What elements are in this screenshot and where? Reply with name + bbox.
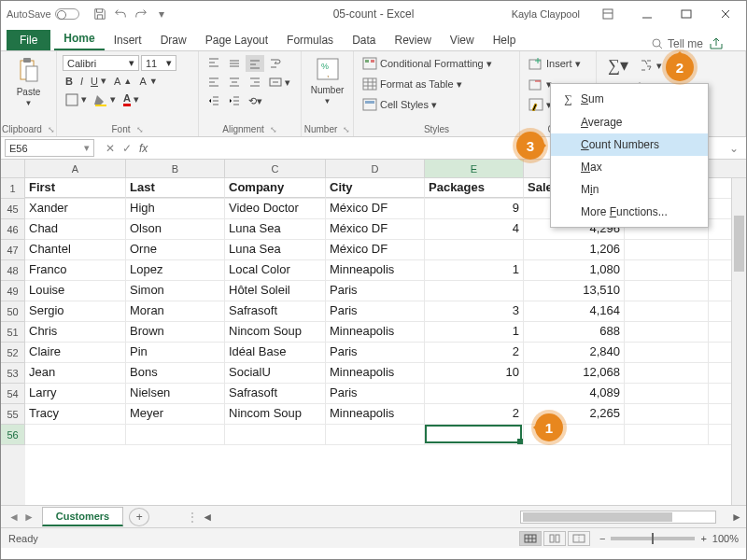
- cell[interactable]: Local Color: [225, 260, 326, 280]
- cell[interactable]: [425, 281, 524, 301]
- cell[interactable]: [625, 343, 709, 362]
- cell[interactable]: Louise: [25, 281, 126, 301]
- cell[interactable]: [25, 425, 126, 444]
- maximize-icon[interactable]: [668, 1, 705, 27]
- col-header-E[interactable]: E: [425, 160, 524, 177]
- cell[interactable]: Pin: [126, 343, 225, 362]
- tab-insert[interactable]: Insert: [105, 30, 151, 50]
- cell[interactable]: Claire: [25, 343, 126, 362]
- tab-draw[interactable]: Draw: [151, 30, 196, 50]
- cell[interactable]: Minneapolis: [326, 260, 425, 280]
- cell[interactable]: 13,510: [524, 281, 625, 301]
- redo-icon[interactable]: [134, 7, 148, 21]
- view-page-layout-icon[interactable]: [543, 531, 566, 546]
- cell[interactable]: Idéal Base: [225, 343, 326, 362]
- cell[interactable]: Franco: [25, 260, 126, 280]
- zoom-level[interactable]: 100%: [712, 533, 739, 544]
- align-center-button[interactable]: [225, 74, 244, 91]
- cell[interactable]: Simon: [126, 281, 225, 301]
- row-header[interactable]: 45: [1, 199, 25, 219]
- align-top-button[interactable]: [204, 55, 223, 72]
- cell[interactable]: SocialU: [225, 363, 326, 383]
- row-header[interactable]: 54: [1, 384, 25, 404]
- hscroll-right-icon[interactable]: ►: [727, 511, 746, 524]
- zoom-in-button[interactable]: +: [700, 533, 706, 544]
- cell[interactable]: [625, 404, 709, 424]
- font-name-combo[interactable]: Calibri▾: [63, 55, 139, 71]
- cell[interactable]: México DF: [326, 219, 425, 239]
- cell[interactable]: 1,080: [524, 260, 625, 280]
- cell[interactable]: [625, 384, 709, 403]
- cell[interactable]: Paris: [326, 301, 425, 321]
- cell[interactable]: 1,206: [524, 240, 625, 259]
- tab-help[interactable]: Help: [484, 30, 526, 50]
- cell[interactable]: 688: [524, 322, 625, 342]
- cell[interactable]: [225, 425, 326, 444]
- menu-min[interactable]: Min: [551, 178, 708, 201]
- indent-decrease-button[interactable]: [204, 92, 223, 109]
- tab-home[interactable]: Home: [54, 28, 104, 50]
- fx-icon[interactable]: fx: [139, 142, 148, 155]
- cell[interactable]: Safrasoft: [225, 301, 326, 321]
- accept-formula-icon[interactable]: ✓: [122, 142, 132, 155]
- zoom-slider[interactable]: [611, 537, 695, 540]
- cell[interactable]: Nielsen: [126, 384, 225, 403]
- tab-formulas[interactable]: Formulas: [277, 30, 343, 50]
- cell-styles-button[interactable]: Cell Styles▾: [359, 96, 440, 113]
- cell[interactable]: Minneapolis: [326, 322, 425, 342]
- cell[interactable]: Video Doctor: [225, 199, 326, 218]
- cell[interactable]: Paris: [326, 384, 425, 403]
- tab-file[interactable]: File: [7, 30, 50, 50]
- cell[interactable]: Paris: [326, 343, 425, 362]
- cell[interactable]: Moran: [126, 301, 225, 321]
- header-cell[interactable]: Company: [225, 178, 326, 198]
- sheet-tab-customers[interactable]: Customers: [42, 507, 123, 526]
- cell[interactable]: Chris: [25, 322, 126, 342]
- cell[interactable]: Olson: [126, 219, 225, 239]
- cell[interactable]: Orne: [126, 240, 225, 259]
- cell[interactable]: Minneapolis: [326, 363, 425, 383]
- ribbon-options-icon[interactable]: [589, 1, 627, 27]
- align-left-button[interactable]: [204, 74, 223, 91]
- hscroll-left-icon[interactable]: ◄: [198, 511, 217, 524]
- paste-button[interactable]: Paste ▼: [11, 55, 47, 107]
- cell[interactable]: 12,068: [524, 363, 625, 383]
- cell[interactable]: Chad: [25, 219, 126, 239]
- cell[interactable]: 2,840: [524, 343, 625, 362]
- indent-increase-button[interactable]: [225, 92, 244, 109]
- row-header[interactable]: 1: [1, 178, 25, 199]
- cell[interactable]: Tracy: [25, 404, 126, 424]
- cell[interactable]: 3: [425, 301, 524, 321]
- row-header[interactable]: 52: [1, 343, 25, 363]
- cell[interactable]: [326, 425, 425, 444]
- view-page-break-icon[interactable]: [568, 531, 590, 546]
- col-header-A[interactable]: A: [25, 160, 126, 177]
- header-cell[interactable]: Last: [126, 178, 225, 198]
- cell[interactable]: Lopez: [126, 260, 225, 280]
- font-launcher-icon[interactable]: ⤡: [136, 125, 144, 134]
- cell[interactable]: 4,164: [524, 301, 625, 321]
- cell[interactable]: 4,089: [524, 384, 625, 403]
- grow-font-button[interactable]: A▲: [111, 74, 134, 89]
- col-header-C[interactable]: C: [225, 160, 326, 177]
- format-as-table-button[interactable]: Format as Table▾: [359, 76, 465, 92]
- menu-sum[interactable]: ∑Sum: [551, 88, 708, 111]
- row-header[interactable]: 51: [1, 322, 25, 343]
- cell[interactable]: [625, 260, 709, 280]
- vertical-scrollbar[interactable]: [731, 178, 746, 505]
- cancel-formula-icon[interactable]: ✕: [106, 142, 115, 155]
- tab-view[interactable]: View: [441, 30, 484, 50]
- sort-filter-button[interactable]: ▾: [636, 56, 665, 75]
- cell[interactable]: 2: [425, 343, 524, 362]
- bold-button[interactable]: B: [63, 74, 76, 89]
- cell[interactable]: Meyer: [126, 404, 225, 424]
- cell[interactable]: 1: [425, 260, 524, 280]
- number-format-button[interactable]: %, Number ▼: [310, 55, 345, 105]
- minimize-icon[interactable]: [628, 1, 666, 27]
- font-color-button[interactable]: A▾: [120, 91, 142, 108]
- cell[interactable]: 9: [425, 199, 524, 218]
- cell[interactable]: [625, 240, 709, 259]
- merge-button[interactable]: ▾: [266, 74, 293, 91]
- col-header-D[interactable]: D: [326, 160, 425, 177]
- row-header[interactable]: 50: [1, 301, 25, 322]
